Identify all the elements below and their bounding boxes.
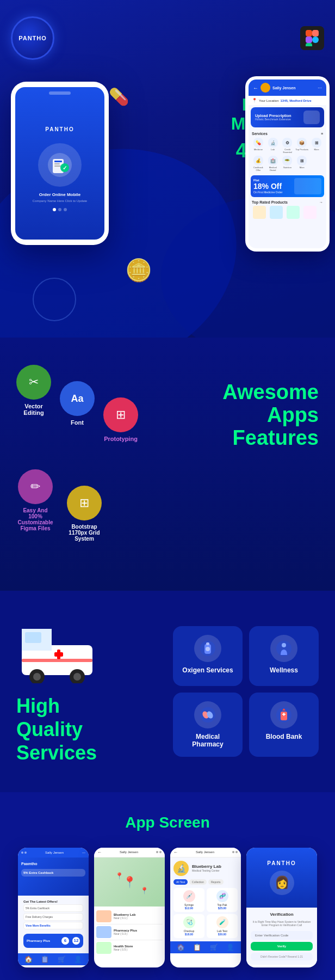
vector-editing-label: Vector Editing xyxy=(16,403,51,416)
screen3-navbar: 🏠 📋 🛒 👤 xyxy=(170,941,241,953)
service-card-oxygen: Oxigen Services xyxy=(173,626,243,686)
top-rated-section: Top Rated Products → xyxy=(249,199,326,220)
screen1-navbar: 🏠 📋 🛒 👤 xyxy=(18,953,89,965)
service-card-wellness: Wellness xyxy=(249,626,319,686)
features-section: ✂ Vector Editing Aa Font ⊞ Prototypin xyxy=(0,338,335,591)
screen-verification: PANTHO 👩 Verification It is Right Time M… xyxy=(246,848,317,967)
user-avatar xyxy=(260,83,270,93)
service-item-lab: 🔬 Lab xyxy=(266,138,280,154)
verification-avatar: 👩 xyxy=(270,871,294,895)
screen-dashboard: Sally Jensen ⋯ Paamtho 5% Extra Cashback… xyxy=(18,848,89,967)
appscreen-section: App Screen Sally Jensen ⋯ Paamtho 5% Ext… xyxy=(0,792,335,980)
pharmacy-plus-banner: Pharmacy Plus 6 12 xyxy=(23,934,83,948)
service-card-blood: Blood Bank xyxy=(249,693,319,757)
phone-brand: PANTHO xyxy=(45,126,74,132)
oxygen-label: Oxigen Services xyxy=(182,666,233,674)
svg-point-27 xyxy=(282,643,286,647)
services-title: High Quality Services xyxy=(16,694,162,765)
verify-button[interactable]: Verify xyxy=(251,942,313,951)
phone-dots xyxy=(53,208,67,211)
bootstrap-label: Bootstrap 1170px Grid System xyxy=(65,524,103,542)
feature-prototyping: ⊞ Prototyping xyxy=(103,397,138,442)
phone-mockup-detail: ← Sally Jensen ⋯ 📍 Your Location 1345, M… xyxy=(245,76,330,252)
features-title-area: Awesome Apps Features xyxy=(136,365,319,449)
lab-items: 💉 Syringe $12.00 🧬 Top Pak $25.00 🩺 Chec… xyxy=(173,888,238,938)
product-row xyxy=(252,206,323,219)
service-item-more: ⊞ More xyxy=(310,138,323,154)
hero-section: PANTHO PANTHO xyxy=(0,0,335,338)
banner-title: Upload Prescription xyxy=(255,114,303,118)
phone-screen-left: PANTHO ✓ Order Online Mobile Company Nam… xyxy=(15,87,104,240)
svg-point-18 xyxy=(33,673,41,681)
awesome-title: Awesome Apps Features xyxy=(222,381,319,449)
svg-rect-0 xyxy=(306,30,312,36)
header-actions: ⋯ xyxy=(318,85,322,90)
svg-rect-15 xyxy=(54,652,63,657)
svg-point-4 xyxy=(312,36,319,43)
banner-text: Upload Prescription Holistic Benchmark E… xyxy=(255,114,303,121)
svg-point-25 xyxy=(206,647,210,651)
banner-image xyxy=(303,111,320,124)
map-view: 📍 📍 📍 xyxy=(94,857,165,906)
wellness-icon xyxy=(270,635,297,662)
location-bar: 📍 Your Location 1345, Medford Drive xyxy=(249,96,326,105)
font-icon: Aa xyxy=(60,381,95,416)
vector-editing-icon: ✂ xyxy=(16,365,51,400)
ambulance-illustration xyxy=(16,618,103,683)
offer-banner: Flat 18% Off On First Medicine Order xyxy=(251,175,324,197)
features-layout: ✂ Vector Editing Aa Font ⊞ Prototypin xyxy=(16,365,319,558)
feature-font: Aa Font xyxy=(60,381,95,426)
logo: PANTHO xyxy=(11,16,54,60)
svg-text:✓: ✓ xyxy=(63,165,67,171)
screen-lab: ← Sally Jensen 🔬 Blueberry Lab Medical T… xyxy=(170,848,241,967)
service-card-pharmacy: Medical Pharmacy xyxy=(173,693,243,757)
service-item-essential: ⚙ Credit Essential xyxy=(281,138,294,154)
header-bar: PANTHO xyxy=(11,16,324,60)
verification-input: Enter Verification Code xyxy=(251,931,313,940)
resend-code: Didn't Receive Code? Resend 1:21 xyxy=(251,953,313,960)
lab-tabs: All Test Collection Reports xyxy=(173,879,238,885)
phone-mockup-left: PANTHO ✓ Order Online Mobile Company Nam… xyxy=(11,82,109,245)
svg-rect-3 xyxy=(306,43,312,46)
oxygen-icon xyxy=(194,635,221,662)
svg-rect-7 xyxy=(54,161,62,162)
bootstrap-icon: ⊞ xyxy=(67,486,102,520)
back-arrow: ← xyxy=(253,85,258,91)
features-left: ✂ Vector Editing Aa Font ⊞ Prototypin xyxy=(16,365,136,558)
screen1-topbar: Sally Jensen ⋯ xyxy=(18,848,89,857)
logo-text: PANTHO xyxy=(18,35,47,41)
features-row-1: ✂ Vector Editing Aa Font ⊞ Prototypin xyxy=(16,365,136,458)
location-value: 1345, Medford Drive xyxy=(280,99,311,102)
svg-rect-24 xyxy=(206,642,209,645)
pharmacy-label: Medical Pharmacy xyxy=(182,733,234,748)
services-section: High Quality Services Oxigen Services xyxy=(0,591,335,792)
user-name: Sally Jensen xyxy=(272,86,315,90)
deco-coin: 🪙 xyxy=(125,258,152,283)
wellness-label: Wellness xyxy=(270,666,298,674)
font-label: Font xyxy=(71,419,84,426)
screen1-content: Paamtho 5% Extra Cashback Get The Latest… xyxy=(18,857,89,953)
feature-bootstrap: ⊞ Bootstrap 1170px Grid System xyxy=(65,486,103,542)
app-screens-row: Sally Jensen ⋯ Paamtho 5% Extra Cashback… xyxy=(11,848,324,967)
feature-vector-editing: ✂ Vector Editing xyxy=(16,365,51,416)
service-icons-grid: 💊 Medicine 🔬 Lab ⚙ Credit Essential 📦 To… xyxy=(252,138,323,154)
banner-subtitle: Holistic Benchmark Extensive xyxy=(255,118,303,121)
services-section-small: Services ≡ 💊 Medicine 🔬 Lab ⚙ Credit Ess… xyxy=(249,130,326,174)
prototyping-label: Prototyping xyxy=(104,436,138,442)
map-list: Blueberry Lab Near ( 0.1 ) Pharmacy Plus… xyxy=(94,906,165,958)
figma-icon xyxy=(300,26,324,50)
service-item-products: 📦 Top Products xyxy=(295,138,308,154)
deco-circle xyxy=(33,278,76,321)
services-left: High Quality Services xyxy=(16,618,162,765)
phone-order-text: Order Online Mobile xyxy=(39,192,80,197)
appscreen-title: App Screen xyxy=(11,814,324,831)
svg-rect-8 xyxy=(54,163,60,164)
phone-sub-text: Company Name Here Click to Update xyxy=(27,199,92,203)
upload-banner: Upload Prescription Holistic Benchmark E… xyxy=(251,107,324,127)
prototyping-icon: ⊞ xyxy=(103,397,138,432)
detail-phone-screen: ← Sally Jensen ⋯ 📍 Your Location 1345, M… xyxy=(249,79,326,248)
svg-rect-34 xyxy=(283,713,284,716)
blood-icon xyxy=(270,701,297,728)
deco-pills: 💊 xyxy=(109,87,129,106)
service-icons-grid-2: 💰 Cashback Offer 🏥 Medical Dental 🥗 Nutr… xyxy=(252,156,323,171)
